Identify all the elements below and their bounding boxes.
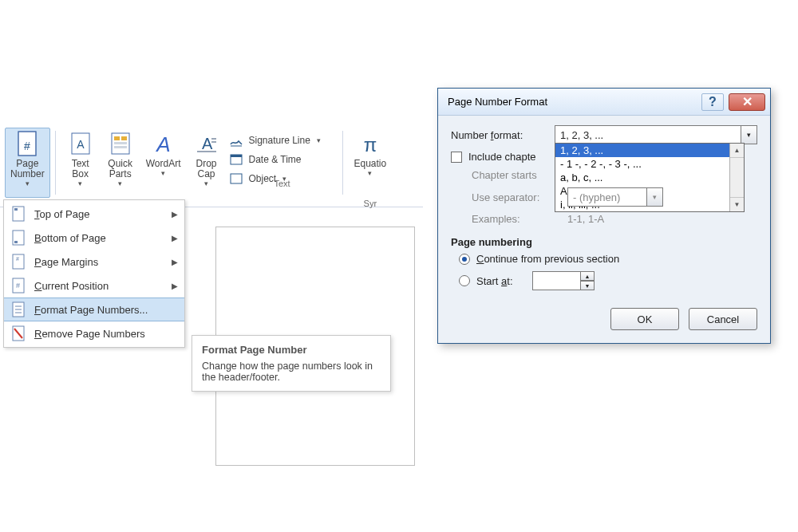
ribbon-btn-date-time[interactable]: Date & Time: [226, 150, 338, 169]
signature-icon: [229, 133, 243, 148]
ribbon-btn-label: Quick Parts: [108, 159, 132, 179]
ribbon-small-column: Signature Line ▾ Date & Time Object ▾ Te…: [226, 128, 338, 188]
chevron-down-icon: ▾: [368, 170, 372, 178]
format-page-numbers-icon: [10, 301, 26, 317]
menu-item-format-page-numbers[interactable]: Format Page Numbers...: [4, 298, 184, 321]
menu-item-label: Bottom of Page: [34, 232, 106, 244]
menu-item-label: Format Page Numbers...: [34, 304, 148, 316]
bottom-of-page-icon: [10, 230, 26, 246]
close-icon: ✕: [742, 94, 753, 109]
radio-continue[interactable]: [459, 254, 470, 265]
chevron-right-icon: ▶: [172, 210, 178, 219]
svg-rect-17: [231, 155, 242, 157]
menu-item-page-margins[interactable]: # Page Margins ▶: [4, 250, 184, 274]
ribbon-btn-quick-parts[interactable]: Quick Parts ▾: [101, 128, 140, 198]
ribbon-small-label: Signature Line: [248, 135, 310, 146]
menu-item-label: Remove Page Numbers: [34, 328, 145, 340]
menu-item-remove-page-numbers[interactable]: Remove Page Numbers: [4, 321, 184, 345]
tooltip-title: Format Page Number: [202, 344, 381, 356]
menu-item-label: Top of Page: [34, 208, 89, 220]
spinner-start-at[interactable]: ▲ ▼: [532, 271, 595, 290]
svg-rect-13: [211, 141, 216, 143]
equation-icon: π: [358, 132, 383, 157]
chevron-down-icon: ▾: [118, 180, 122, 188]
spin-up-icon[interactable]: ▲: [580, 271, 595, 281]
dropdown-scrollbar[interactable]: ▲ ▼: [729, 144, 744, 211]
tooltip-body: Change how the page numbers look in the …: [202, 361, 381, 383]
label-use-separator: Use separator:: [472, 191, 567, 203]
tooltip-format-page-number: Format Page Number Change how the page n…: [192, 335, 391, 392]
menu-item-label: Page Margins: [34, 256, 98, 268]
svg-rect-6: [114, 136, 120, 140]
chevron-down-icon: ▾: [26, 180, 30, 188]
format-option[interactable]: - 1 -, - 2 -, - 3 -, ...: [555, 157, 729, 171]
chevron-down-icon: ▾: [317, 136, 321, 144]
ribbon-btn-label: Equatio: [354, 159, 386, 169]
combo-number-format[interactable]: 1, 2, 3, ... ▾: [555, 125, 757, 144]
chevron-down-icon[interactable]: ▾: [741, 126, 757, 144]
ribbon-group-caption-text: Text: [226, 179, 338, 188]
dialog-body: Number format: 1, 2, 3, ... ▾ 1, 2, 3, .…: [438, 116, 770, 343]
ribbon-small-label: Date & Time: [248, 154, 301, 165]
svg-text:π: π: [364, 134, 377, 156]
ribbon-btn-label: Page Number: [10, 159, 45, 179]
help-icon: ?: [709, 95, 717, 109]
ribbon-btn-label: WordArt: [146, 159, 181, 169]
svg-text:#: #: [24, 140, 30, 152]
ok-button[interactable]: OK: [610, 308, 679, 330]
chevron-right-icon: ▶: [172, 234, 178, 242]
ribbon-btn-page-number[interactable]: # Page Number ▾: [5, 128, 50, 198]
chevron-down-icon: ▾: [161, 170, 165, 178]
menu-item-bottom-of-page[interactable]: Bottom of Page ▶: [4, 226, 184, 250]
ribbon-btn-label: Text Box: [72, 159, 89, 179]
dialog-titlebar[interactable]: Page Number Format ? ✕: [438, 89, 770, 116]
format-option[interactable]: a, b, c, ...: [555, 171, 729, 184]
scroll-up-icon[interactable]: ▲: [730, 144, 744, 158]
close-button[interactable]: ✕: [729, 93, 765, 111]
ribbon-separator: [342, 131, 343, 195]
svg-rect-21: [14, 208, 18, 211]
help-button[interactable]: ?: [701, 93, 724, 111]
radio-start-at[interactable]: [459, 275, 470, 286]
combo-value: - (hyphen): [568, 191, 646, 203]
input-start-at[interactable]: [532, 271, 580, 290]
ribbon-separator: [55, 131, 56, 195]
svg-text:#: #: [16, 282, 20, 290]
svg-text:A: A: [155, 132, 170, 156]
dialog-title: Page Number Format: [448, 96, 547, 108]
text-box-icon: A: [68, 132, 93, 157]
ribbon-btn-equation[interactable]: π Equatio ▾ Syr: [348, 128, 392, 198]
scroll-track[interactable]: [730, 158, 744, 197]
svg-rect-7: [121, 136, 127, 140]
ribbon-btn-wordart[interactable]: A WordArt ▾: [140, 128, 187, 198]
value-examples: 1-1, 1-A: [567, 213, 604, 225]
scroll-down-icon[interactable]: ▼: [730, 197, 744, 211]
ribbon-btn-text-box[interactable]: A Text Box ▾: [61, 128, 101, 198]
checkbox-include-chapter[interactable]: [451, 152, 462, 163]
ribbon-btn-signature-line[interactable]: Signature Line ▾: [226, 131, 338, 150]
label-continue: Continue from previous section: [476, 253, 619, 265]
svg-rect-14: [197, 151, 216, 152]
calendar-icon: [229, 152, 243, 167]
group-label-page-numbering: Page numbering: [451, 236, 757, 248]
dialog-page-number-format: Page Number Format ? ✕ Number format: 1,…: [437, 88, 771, 344]
label-chapter-starts: Chapter starts: [472, 169, 567, 181]
chevron-down-icon: ▾: [204, 180, 208, 188]
menu-item-current-position[interactable]: # Current Position ▶: [4, 274, 184, 298]
label-number-format: Number format:: [451, 129, 555, 141]
svg-text:A: A: [202, 135, 213, 152]
svg-text:#: #: [16, 256, 19, 262]
page-number-menu: Top of Page ▶ Bottom of Page ▶ # Page Ma…: [3, 199, 185, 348]
quick-parts-icon: [108, 132, 133, 157]
page-number-icon: #: [14, 132, 40, 157]
combo-separator: - (hyphen) ▾: [567, 187, 663, 207]
combo-value: 1, 2, 3, ...: [555, 129, 741, 141]
ribbon: # Page Number ▾ A Text Box ▾ Quick Parts…: [0, 128, 423, 207]
spin-down-icon[interactable]: ▼: [580, 281, 595, 290]
ribbon-btn-drop-cap[interactable]: A Drop Cap ▾: [186, 128, 226, 198]
format-option[interactable]: 1, 2, 3, ...: [555, 144, 729, 157]
page-margins-icon: #: [10, 254, 26, 270]
svg-rect-8: [114, 142, 127, 144]
menu-item-top-of-page[interactable]: Top of Page ▶: [4, 202, 184, 226]
cancel-button[interactable]: Cancel: [689, 308, 757, 330]
